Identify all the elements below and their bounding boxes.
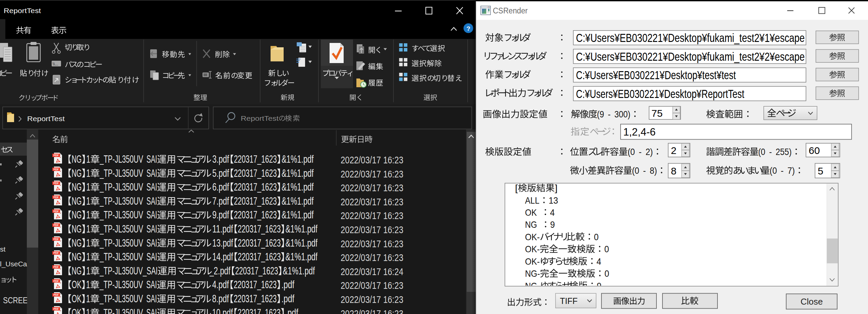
svg-text:_TP-JL350UV: _TP-JL350UV <box>100 237 144 249</box>
svg-text:SAI: SAI <box>147 181 157 193</box>
svg-text:1: 1 <box>87 195 91 207</box>
svg-text:220317_1623: 220317_1623 <box>238 223 281 234</box>
svg-text:NG: NG <box>72 167 82 179</box>
svg-text:&1%1.pdf: &1%1.pdf <box>282 195 314 207</box>
svg-text:SAI: SAI <box>147 153 157 165</box>
svg-text:2: 2 <box>671 145 677 156</box>
svg-text:]: ] <box>555 183 558 193</box>
svg-text:2022/03/17 16:23: 2022/03/17 16:23 <box>341 294 403 305</box>
svg-text:300): 300) <box>615 109 631 119</box>
svg-text:&1%1.pdf: &1%1.pdf <box>282 153 314 165</box>
svg-text:1: 1 <box>87 153 91 165</box>
svg-text:60: 60 <box>809 145 820 156</box>
svg-text:&1%1.pdf: &1%1.pdf <box>286 251 318 263</box>
svg-text:0: 0 <box>604 268 609 279</box>
svg-text:&1%1.pdf: &1%1.pdf <box>282 209 314 221</box>
svg-text:1: 1 <box>87 167 91 179</box>
svg-text:220317_1623: 220317_1623 <box>234 181 277 193</box>
svg-text:2022/03/17 16:24: 2022/03/17 16:24 <box>341 266 403 277</box>
svg-text:ReportTest: ReportTest <box>241 114 279 122</box>
svg-text:_2.pdf: _2.pdf <box>209 265 230 277</box>
svg-text:C:¥Users¥EB030221¥Desktop¥test: C:¥Users¥EB030221¥Desktop¥test¥test <box>576 68 736 82</box>
svg-text:220317_1623: 220317_1623 <box>234 293 277 304</box>
svg-text:.pdf: .pdf <box>281 279 294 290</box>
svg-text:14.pdf: 14.pdf <box>212 251 233 263</box>
svg-text:(0: (0 <box>770 165 777 176</box>
svg-text:&1%1.pdf: &1%1.pdf <box>286 237 318 249</box>
svg-text:OK-: OK- <box>525 256 540 267</box>
svg-text:NG: NG <box>72 181 82 193</box>
svg-text:220317_1623: 220317_1623 <box>238 237 281 249</box>
svg-text:?: ? <box>466 25 470 32</box>
svg-text:1: 1 <box>87 251 91 262</box>
svg-text:SAI: SAI <box>147 237 157 249</box>
svg-text:9.pdf: 9.pdf <box>212 209 229 221</box>
svg-text:2022/03/17 16:23: 2022/03/17 16:23 <box>341 197 403 207</box>
svg-text:SAI: SAI <box>147 223 157 234</box>
svg-text:13.pdf: 13.pdf <box>212 237 233 249</box>
svg-text:OK: OK <box>72 279 82 290</box>
svg-text:5.pdf: 5.pdf <box>212 167 229 179</box>
svg-text:_TP-JL350UV: _TP-JL350UV <box>100 209 144 220</box>
svg-text:&1%1.pdf: &1%1.pdf <box>282 167 314 179</box>
svg-text:2022/03/17 16:23: 2022/03/17 16:23 <box>341 252 403 263</box>
svg-text:2022/03/17 16:23: 2022/03/17 16:23 <box>341 280 403 291</box>
svg-text:4: 4 <box>550 207 555 218</box>
svg-text:2022/03/17 16:23: 2022/03/17 16:23 <box>341 182 403 193</box>
svg-text:l_UseCa: l_UseCa <box>0 260 27 268</box>
svg-text:CSRender: CSRender <box>493 6 528 15</box>
svg-text:SAI: SAI <box>147 195 157 207</box>
svg-text:2022/03/17 16:23: 2022/03/17 16:23 <box>341 238 403 249</box>
svg-text:NG: NG <box>72 265 82 277</box>
svg-text:&1%1.pdf: &1%1.pdf <box>286 223 318 235</box>
svg-text:\\...: \\... <box>53 62 58 66</box>
svg-text:NG: NG <box>72 237 82 249</box>
svg-text:[: [ <box>515 183 518 193</box>
svg-text:NG: NG <box>72 209 82 220</box>
svg-text:4: 4 <box>596 256 601 267</box>
svg-text:1: 1 <box>87 237 91 249</box>
svg-text:NG: NG <box>72 251 82 262</box>
svg-text:TIFF: TIFF <box>560 296 578 306</box>
svg-text:_TP-JL350UV: _TP-JL350UV <box>100 223 144 234</box>
svg-text:2022/03/17 16:23: 2022/03/17 16:23 <box>341 210 403 221</box>
svg-text:_TP-JL350UV_SAI: _TP-JL350UV_SAI <box>100 265 158 277</box>
svg-text:SCREEI: SCREEI <box>3 295 30 305</box>
svg-text:6.pdf: 6.pdf <box>212 181 229 193</box>
svg-text:8): 8) <box>650 165 657 176</box>
svg-text:(0: (0 <box>632 165 639 176</box>
svg-text:1: 1 <box>87 209 91 220</box>
svg-text:220317_1623: 220317_1623 <box>234 153 277 165</box>
svg-text:_TP-JL350UV: _TP-JL350UV <box>100 153 144 165</box>
svg-text:-: - <box>608 109 611 119</box>
svg-text:C:¥Users¥EB030221¥Desktop¥fuka: C:¥Users¥EB030221¥Desktop¥fukami_test2¥2… <box>576 50 805 63</box>
svg-text:&1%1.pdf: &1%1.pdf <box>282 181 314 193</box>
svg-text:-: - <box>781 165 784 176</box>
svg-text:10.pdf: 10.pdf <box>212 307 233 314</box>
svg-text:0: 0 <box>604 244 609 254</box>
svg-text:4.pdf: 4.pdf <box>212 279 229 290</box>
svg-text:7.pdf: 7.pdf <box>212 195 229 207</box>
svg-text:1: 1 <box>86 279 90 290</box>
svg-text:220317_1623: 220317_1623 <box>234 167 277 179</box>
svg-text:11.pdf: 11.pdf <box>212 223 233 235</box>
svg-text:(9: (9 <box>597 109 604 119</box>
svg-text:C:¥Users¥EB030221¥Desktop¥Repo: C:¥Users¥EB030221¥Desktop¥ReportTest <box>576 87 744 100</box>
svg-text:8: 8 <box>671 165 677 176</box>
svg-text:220317_1623: 220317_1623 <box>234 209 277 220</box>
svg-text:1: 1 <box>86 307 90 314</box>
svg-text:220317_1623: 220317_1623 <box>235 265 278 277</box>
svg-text:1,2,4-6: 1,2,4-6 <box>623 126 656 138</box>
svg-text:SAI: SAI <box>146 293 157 304</box>
svg-text:-: - <box>769 147 772 157</box>
svg-text:C:¥Users¥EB030221¥Desktop¥fuka: C:¥Users¥EB030221¥Desktop¥fukami_test2¥1… <box>576 31 805 44</box>
svg-text:7): 7) <box>787 165 795 176</box>
svg-text:220317_1623: 220317_1623 <box>234 279 277 290</box>
svg-text:SAI: SAI <box>147 251 157 262</box>
svg-text:NG: NG <box>525 220 537 230</box>
svg-text:_TP-JL350UV: _TP-JL350UV <box>100 251 144 262</box>
svg-text:SAI: SAI <box>147 167 157 179</box>
svg-text:_TP-JL350UV: _TP-JL350UV <box>100 307 144 314</box>
svg-text:2): 2) <box>645 147 653 157</box>
svg-text:st: st <box>0 245 6 253</box>
